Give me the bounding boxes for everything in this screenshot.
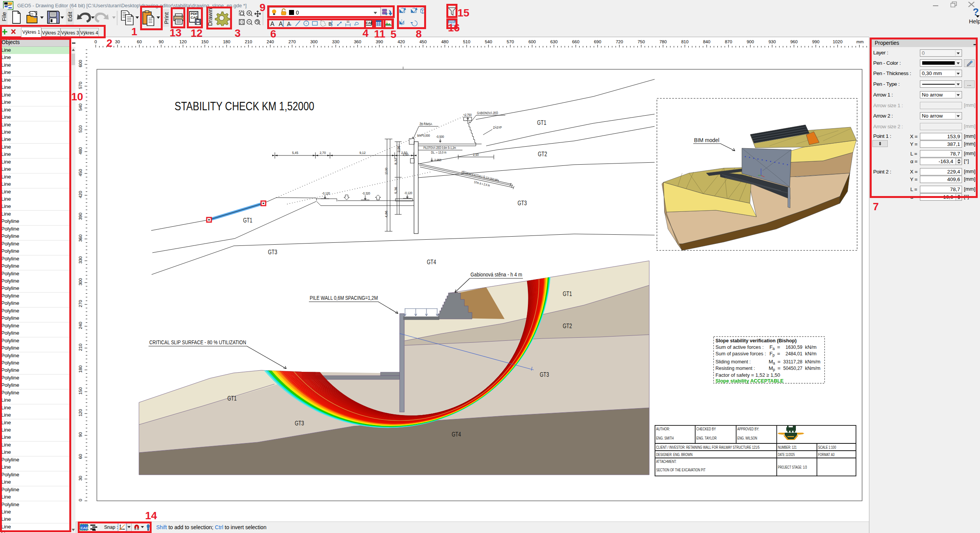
svg-text:GT1: GT1 — [227, 395, 237, 402]
svg-text:600: 600 — [528, 39, 536, 44]
svg-text:960: 960 — [790, 39, 797, 44]
svg-text:2,70: 2,70 — [320, 151, 326, 155]
svg-text:510: 510 — [78, 125, 83, 132]
svg-text:CLIENT / INVESTOR: RETAINING W: CLIENT / INVESTOR: RETAINING WALL FOR RA… — [656, 445, 760, 450]
svg-text:180: 180 — [223, 39, 230, 44]
svg-text:mm: mm — [856, 39, 864, 44]
svg-text:720: 720 — [616, 39, 623, 44]
svg-text:kN/m: kN/m — [805, 344, 817, 350]
svg-text:Slope stability ACCEPTABLE: Slope stability ACCEPTABLE — [715, 378, 784, 384]
svg-text:APPROVED BY:: APPROVED BY: — [737, 427, 759, 431]
svg-text:GT2: GT2 — [538, 150, 547, 157]
svg-text:+2,750: +2,750 — [463, 113, 472, 117]
svg-text:240: 240 — [78, 322, 83, 329]
svg-text:BIM model: BIM model — [694, 137, 719, 143]
svg-text:360: 360 — [78, 234, 83, 242]
svg-text:ŽB ŘÍMSA: ŽB ŘÍMSA — [420, 122, 432, 126]
svg-text:180: 180 — [78, 365, 83, 373]
svg-text:CRITICAL SLIP SURFACE - 80 % U: CRITICAL SLIP SURFACE - 80 % UTILIZATION — [149, 339, 246, 345]
svg-text:5,36: 5,36 — [394, 187, 398, 194]
svg-text:M: M — [769, 359, 773, 365]
svg-text:Resisting moment :: Resisting moment : — [715, 365, 755, 371]
svg-text:GT1: GT1 — [243, 217, 252, 224]
svg-text:630: 630 — [550, 39, 557, 44]
svg-text:50450,27: 50450,27 — [783, 365, 802, 371]
svg-text:330: 330 — [78, 256, 83, 263]
svg-text:GT4: GT4 — [452, 431, 461, 438]
svg-text:150: 150 — [78, 387, 83, 394]
svg-text:270: 270 — [78, 300, 83, 307]
svg-text:840: 840 — [703, 39, 710, 44]
svg-text:DESIGNER: ENG. BROWN: DESIGNER: ENG. BROWN — [656, 452, 693, 457]
svg-text:210: 210 — [78, 343, 83, 351]
svg-text:390: 390 — [78, 213, 83, 220]
svg-text:ENG. TAYLOR: ENG. TAYLOR — [696, 436, 717, 440]
svg-text:330: 330 — [332, 39, 339, 44]
svg-text:750: 750 — [637, 39, 645, 44]
svg-text:300: 300 — [310, 39, 317, 44]
svg-text:a: a — [773, 347, 775, 351]
svg-text:0: 0 — [78, 499, 83, 501]
svg-text:NVP0,000: NVP0,000 — [417, 134, 430, 137]
svg-text:F: F — [769, 344, 773, 350]
svg-text:300: 300 — [78, 278, 83, 285]
svg-text:-2,950: -2,950 — [433, 158, 441, 162]
svg-text:Sum of passive forces :: Sum of passive forces : — [715, 351, 766, 356]
svg-text:=: = — [777, 365, 781, 371]
svg-text:270: 270 — [288, 39, 296, 44]
svg-text:Sum of active forces :: Sum of active forces : — [715, 344, 764, 350]
svg-text:ATTACHMENT:: ATTACHMENT: — [656, 459, 676, 464]
svg-text:8,32: 8,32 — [394, 158, 398, 165]
svg-text:0: 0 — [95, 39, 97, 44]
svg-text:GT3: GT3 — [518, 199, 527, 206]
svg-text:NUMBER: 121: NUMBER: 121 — [778, 445, 797, 450]
svg-text:-0,120: -0,120 — [322, 191, 330, 195]
svg-text:FORMAT: A3: FORMAT: A3 — [818, 452, 835, 457]
svg-text:990: 990 — [812, 39, 819, 44]
svg-text:GT4: GT4 — [427, 258, 436, 265]
svg-text:5,45: 5,45 — [292, 151, 298, 155]
svg-text:570: 570 — [506, 39, 514, 44]
svg-text:-0,500: -0,500 — [436, 135, 444, 139]
svg-text:1020: 1020 — [833, 39, 843, 44]
svg-text:780: 780 — [659, 39, 666, 44]
svg-text:p: p — [773, 368, 775, 372]
svg-text:GT1: GT1 — [537, 119, 546, 126]
svg-text:660: 660 — [572, 39, 579, 44]
svg-text:570: 570 — [78, 82, 83, 89]
svg-text:360: 360 — [354, 39, 361, 44]
svg-text:PILE WALL 0,6M SPACING=1,2M: PILE WALL 0,6M SPACING=1,2M — [310, 294, 378, 301]
svg-text:60: 60 — [137, 39, 142, 44]
svg-text:DATE 11/2025: DATE 11/2025 — [778, 452, 795, 457]
svg-text:420: 420 — [78, 191, 83, 198]
svg-text:CHECKED BY: CHECKED BY — [696, 427, 716, 431]
svg-text:510: 510 — [463, 39, 470, 44]
svg-text:90: 90 — [78, 432, 83, 437]
svg-text:-0,120: -0,120 — [404, 191, 412, 195]
svg-text:810: 810 — [681, 39, 688, 44]
svg-text:SCALE 1:100: SCALE 1:100 — [818, 445, 836, 450]
svg-text:a: a — [773, 361, 775, 365]
svg-text:M: M — [769, 365, 773, 371]
svg-text:Factor of safety = 1,52 ≥ 1,50: Factor of safety = 1,52 ≥ 1,50 — [715, 372, 780, 378]
svg-text:480: 480 — [78, 147, 83, 154]
svg-text:Sliding moment :: Sliding moment : — [715, 359, 751, 365]
svg-text:690: 690 — [594, 39, 601, 44]
svg-text:150: 150 — [201, 39, 208, 44]
svg-text:13,00: 13,00 — [384, 168, 388, 175]
svg-text:540: 540 — [78, 103, 83, 111]
svg-text:2484,01: 2484,01 — [786, 351, 802, 356]
svg-text:870: 870 — [725, 39, 732, 44]
svg-text:GABIONOVÁ ZEĎ: GABIONOVÁ ZEĎ — [477, 111, 498, 115]
svg-text:ZÁSYP: ZÁSYP — [493, 126, 502, 129]
svg-text:2,95: 2,95 — [397, 146, 401, 152]
svg-text:SECTION OF THE EXCAVATION PIT: SECTION OF THE EXCAVATION PIT — [656, 468, 706, 472]
svg-text:420: 420 — [397, 39, 405, 44]
svg-text:33117,28: 33117,28 — [783, 359, 802, 365]
svg-text:F: F — [769, 351, 773, 356]
svg-text:kNm/m: kNm/m — [805, 359, 820, 365]
svg-text:540: 540 — [485, 39, 492, 44]
svg-text:=: = — [777, 351, 780, 356]
svg-text:1630,59: 1630,59 — [786, 344, 802, 350]
svg-text:2,50: 2,50 — [473, 153, 479, 157]
